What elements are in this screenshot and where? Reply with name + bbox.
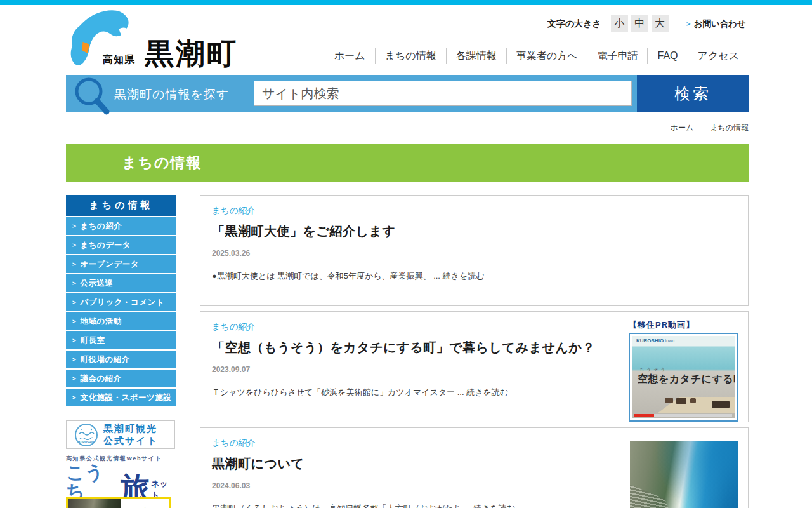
- font-size-large-button[interactable]: 大: [652, 15, 669, 32]
- font-size-label: 文字の大きさ: [547, 18, 601, 30]
- article-card: まちの紹介 「黒潮町大使」をご紹介します 2025.03.26 ●黒潮町大使とは…: [200, 195, 749, 306]
- logo-town-name: 黒潮町: [145, 34, 238, 74]
- beach-furniture-graphic: [690, 398, 696, 403]
- nav-item-faq[interactable]: FAQ: [647, 48, 687, 64]
- chevron-right-icon: ＞: [71, 260, 78, 269]
- article-thumbnail-aerial-photo[interactable]: [630, 441, 738, 508]
- sidebar-item-label: まちの紹介: [81, 221, 122, 232]
- kanko-banner-line1: 黒潮町観光: [103, 423, 158, 435]
- article-excerpt-text: Ｔシャツをひらひらさせて「砂浜を美術館に」カツオマイスター ...: [212, 387, 466, 397]
- video-progress-fill: [634, 414, 654, 417]
- sidebar-item-koji-sotatsu[interactable]: ＞公示送達: [66, 274, 176, 292]
- article-category-link[interactable]: まちの紹介: [212, 438, 255, 449]
- sidebar-menu: ＞まちの紹介 ＞まちのデータ ＞オープンデータ ＞公示送達 ＞パブリック・コメン…: [66, 217, 176, 406]
- nav-item-kakuka-info[interactable]: 各課情報: [446, 48, 506, 64]
- chevron-right-icon: ＞: [71, 374, 78, 383]
- article-card: まちの紹介 黒潮町について 2024.06.03 黒潮町（くろしおちょう）は、高…: [200, 427, 749, 508]
- contact-link[interactable]: ＞ お問い合わせ: [685, 18, 746, 30]
- breadcrumb: ホーム まちの情報: [671, 123, 749, 133]
- video-caption-furigana: もうそう: [639, 366, 735, 373]
- article-title-link[interactable]: 「黒潮町大使」をご紹介します: [212, 223, 737, 240]
- search-button[interactable]: 検索: [637, 75, 749, 112]
- sidebar-item-label: 文化施設・スポーツ施設: [81, 392, 172, 403]
- site-logo[interactable]: 高知県 黒潮町: [66, 6, 269, 75]
- chevron-right-icon: ＞: [71, 279, 78, 288]
- information-banner[interactable]: information: [66, 497, 171, 508]
- read-more-link[interactable]: 続きを読む: [473, 504, 515, 508]
- nav-item-e-apply[interactable]: 電子申請: [587, 48, 647, 64]
- page-title: まちの情報: [122, 153, 202, 173]
- chevron-right-icon: ＞: [71, 317, 78, 326]
- sidebar-item-machiyakuba[interactable]: ＞町役場の紹介: [66, 351, 176, 368]
- chevron-right-icon: ＞: [71, 336, 78, 345]
- sidebar-item-label: まちのデータ: [81, 240, 131, 251]
- site-search-band: 黒潮町の情報を探す 検索: [66, 75, 749, 112]
- article-excerpt: Ｔシャツをひらひらさせて「砂浜を美術館に」カツオマイスター ... 続きを読む: [212, 387, 618, 398]
- nav-item-home[interactable]: ホーム: [325, 48, 375, 64]
- kochi-tabi-net-banner[interactable]: 高知県公式観光情報Webサイト こうち 旅 ネット: [66, 455, 175, 500]
- chevron-right-icon: ＞: [71, 241, 78, 250]
- breadcrumb-home-link[interactable]: ホーム: [671, 123, 694, 133]
- read-more-link[interactable]: 続きを読む: [466, 387, 508, 397]
- search-input[interactable]: [254, 81, 632, 106]
- font-size-medium-button[interactable]: 中: [631, 15, 648, 32]
- read-more-link[interactable]: 続きを読む: [443, 271, 485, 281]
- sidebar: まちの情報 ＞まちの紹介 ＞まちのデータ ＞オープンデータ ＞公示送達 ＞パブリ…: [66, 195, 176, 406]
- article-card: まちの紹介 「空想（もうそう）をカタチにする町」で暮らしてみませんか？ 2023…: [200, 311, 749, 422]
- video-caption-text: 空想をカタチにする町: [638, 373, 735, 384]
- sidebar-item-machi-shokai[interactable]: ＞まちの紹介: [66, 217, 176, 235]
- nav-item-access[interactable]: アクセス: [688, 48, 749, 64]
- sidebar-item-label: 地域の活動: [81, 316, 122, 327]
- page: 高知県 黒潮町 文字の大きさ 小 中 大 ＞ お問い合わせ ホーム まちの情報 …: [0, 0, 812, 508]
- pr-video-frame: KUROSHIO town もうそう 空想をカタチにする町: [629, 333, 738, 422]
- article-excerpt-text: 黒潮町（くろしおちょう）は、高知県幡多郡「大方町（おおがたち ...: [212, 504, 473, 508]
- video-progress-bar[interactable]: [634, 414, 732, 417]
- sidebar-item-open-data[interactable]: ＞オープンデータ: [66, 255, 176, 273]
- nav-item-business[interactable]: 事業者の方へ: [506, 48, 587, 64]
- chevron-right-icon: ＞: [685, 19, 692, 29]
- pr-video-thumbnail[interactable]: 【移住PR動画】 KUROSHIO town もうそう 空想をカタチにする町: [629, 319, 738, 422]
- sidebar-item-choucho-shitsu[interactable]: ＞町長室: [66, 331, 176, 349]
- kuroshio-kanko-logo-icon: KUROSHIO: [75, 424, 98, 446]
- top-accent-bar: [0, 0, 812, 5]
- chevron-right-icon: ＞: [71, 298, 78, 307]
- sidebar-item-label: 議会の紹介: [81, 373, 122, 384]
- tabi-banner-logo: こうち 旅 ネット: [66, 464, 175, 500]
- chevron-right-icon: ＞: [71, 222, 78, 231]
- video-caption: もうそう 空想をカタチにする町: [638, 366, 735, 386]
- sidebar-item-label: 町長室: [81, 335, 105, 346]
- article-category-link[interactable]: まちの紹介: [212, 321, 255, 333]
- article-excerpt: ●黒潮町大使とは 黒潮町では、令和5年度から、産業振興、 ... 続きを読む: [212, 271, 618, 282]
- sidebar-item-gikai[interactable]: ＞議会の紹介: [66, 370, 176, 387]
- video-brand-text: KUROSHIO town: [636, 338, 674, 344]
- article-date: 2025.03.26: [212, 249, 737, 258]
- sidebar-item-chiiki-katsudo[interactable]: ＞地域の活動: [66, 312, 176, 330]
- main-nav: ホーム まちの情報 各課情報 事業者の方へ 電子申請 FAQ アクセス: [325, 48, 749, 64]
- beach-furniture-graphic: [712, 401, 730, 408]
- sidebar-item-label: 公示送達: [81, 278, 114, 289]
- article-excerpt: 黒潮町（くろしおちょう）は、高知県幡多郡「大方町（おおがたち ... 続きを読む: [212, 503, 618, 508]
- beach-furniture-graphic: [665, 398, 673, 403]
- sidebar-item-public-comment[interactable]: ＞パブリック・コメント: [66, 293, 176, 311]
- tabi-logo-kouchi: こうち: [66, 464, 119, 500]
- pr-video-image: KUROSHIO town もうそう 空想をカタチにする町: [632, 336, 735, 418]
- contact-link-label: お問い合わせ: [694, 18, 746, 30]
- nav-item-machi-info[interactable]: まちの情報: [375, 48, 446, 64]
- chevron-right-icon: ＞: [71, 355, 78, 364]
- sidebar-item-label: パブリック・コメント: [81, 297, 165, 308]
- kanko-site-banner[interactable]: KUROSHIO 黒潮町観光 公式サイト: [66, 420, 175, 449]
- sidebar-item-label: オープンデータ: [81, 259, 139, 270]
- kanko-banner-line2: 公式サイト: [103, 435, 158, 447]
- information-banner-arc: information: [121, 499, 169, 508]
- search-icon: [70, 76, 114, 116]
- header-utilities: 文字の大きさ 小 中 大 ＞ お問い合わせ: [547, 15, 746, 32]
- information-banner-photo: [68, 499, 121, 508]
- sidebar-item-machi-data[interactable]: ＞まちのデータ: [66, 236, 176, 254]
- article-category-link[interactable]: まちの紹介: [212, 205, 255, 217]
- kanko-banner-text: 黒潮町観光 公式サイト: [103, 423, 158, 447]
- sidebar-item-shisetsu[interactable]: ＞文化施設・スポーツ施設: [66, 389, 176, 406]
- breadcrumb-current: まちの情報: [710, 123, 749, 133]
- sidebar-title: まちの情報: [66, 195, 176, 216]
- font-size-small-button[interactable]: 小: [611, 15, 628, 32]
- beach-furniture-graphic: [676, 398, 686, 404]
